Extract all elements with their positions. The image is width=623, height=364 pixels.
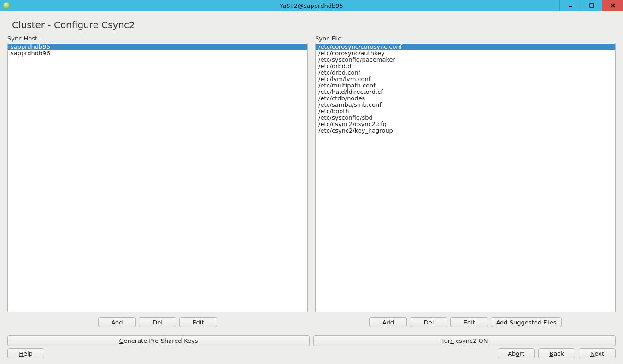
list-item[interactable]: /etc/samba/smb.conf xyxy=(316,102,615,108)
list-item[interactable]: /etc/sysconfig/pacemaker xyxy=(316,57,615,63)
generate-keys-button[interactable]: Generate Pre-Shared-Keys xyxy=(7,335,310,346)
list-item[interactable]: sapprdhdb96 xyxy=(8,50,307,57)
window-title: YaST2@sapprdhdb95 xyxy=(0,2,623,9)
list-item[interactable]: /etc/ctdb/nodes xyxy=(316,95,615,102)
mn: n xyxy=(450,337,454,344)
panels-row: Sync Host sapprdhdb95sapprdhdb96 Add Del… xyxy=(7,35,616,327)
txt: rt xyxy=(519,350,524,357)
help-button[interactable]: Help xyxy=(7,348,44,358)
sync-host-listbox[interactable]: sapprdhdb95sapprdhdb96 xyxy=(7,43,308,312)
list-item[interactable]: /etc/csync2/key_hagroup xyxy=(316,127,615,134)
sync-file-edit-button[interactable]: Edit xyxy=(450,317,488,327)
back-button[interactable]: Back xyxy=(538,348,575,358)
sync-file-del-button[interactable]: Del xyxy=(410,317,447,327)
maximize-button[interactable] xyxy=(581,0,602,11)
list-item[interactable]: /etc/corosync/authkey xyxy=(316,50,615,57)
center-buttons-row: Generate Pre-Shared-Keys Turn csync2 ON xyxy=(7,335,616,346)
txt: ggested Files xyxy=(517,319,556,326)
list-item[interactable]: /etc/drbd.conf xyxy=(316,69,615,76)
list-item[interactable]: /etc/drbd.d xyxy=(316,63,615,69)
txt: enerate Pre-Shared-Keys xyxy=(124,337,198,344)
minimize-button[interactable] xyxy=(559,0,581,11)
list-item[interactable]: /etc/csync2/csync2.cfg xyxy=(316,121,615,127)
sync-file-add-button[interactable]: Add xyxy=(369,317,407,327)
sync-host-add-button[interactable]: Add xyxy=(98,317,136,327)
maximize-icon xyxy=(589,3,594,8)
txt: elp xyxy=(24,350,33,357)
minimize-icon xyxy=(568,3,573,8)
txt: ack xyxy=(553,350,564,357)
list-item[interactable]: /etc/sysconfig/sbd xyxy=(316,115,615,121)
abort-button[interactable]: Abort xyxy=(498,348,535,358)
bottom-nav-right: Abort Back Next xyxy=(498,348,616,358)
txt: csync2 ON xyxy=(454,337,488,344)
next-button[interactable]: Next xyxy=(579,348,616,358)
mn: G xyxy=(119,337,123,344)
sync-file-panel: Sync File /etc/corosync/corosync.conf/et… xyxy=(315,35,616,327)
window-controls xyxy=(559,0,623,11)
txt: Add S xyxy=(496,319,513,326)
sync-file-buttons: Add Del Edit Add Suggested Files xyxy=(315,317,616,327)
bottom-nav-left: Help xyxy=(7,348,44,358)
close-button[interactable] xyxy=(602,0,623,11)
sync-host-label: Sync Host xyxy=(7,35,308,42)
mn: A xyxy=(111,319,115,326)
txt: ext xyxy=(595,350,605,357)
txt: Ab xyxy=(508,350,516,357)
list-item[interactable]: /etc/ha.d/ldirectord.cf xyxy=(316,89,615,95)
close-icon xyxy=(610,3,616,8)
list-item[interactable]: /etc/lvm/lvm.conf xyxy=(316,76,615,82)
sync-host-edit-button[interactable]: Edit xyxy=(179,317,217,327)
mn: B xyxy=(549,350,553,357)
txt: dd xyxy=(115,319,123,326)
mn: N xyxy=(590,350,595,357)
page-title: Cluster - Configure Csync2 xyxy=(12,19,613,30)
sync-host-panel: Sync Host sapprdhdb95sapprdhdb96 Add Del… xyxy=(7,35,308,327)
sync-file-label: Sync File xyxy=(315,35,616,42)
list-item[interactable]: /etc/multipath.conf xyxy=(316,82,615,89)
txt: Tur xyxy=(441,337,450,344)
content-area: Cluster - Configure Csync2 Sync Host sap… xyxy=(0,11,623,364)
list-item[interactable]: sapprdhdb95 xyxy=(8,44,307,50)
sync-file-listbox[interactable]: /etc/corosync/corosync.conf/etc/corosync… xyxy=(315,43,616,312)
sync-host-del-button[interactable]: Del xyxy=(139,317,176,327)
add-suggested-files-button[interactable]: Add Suggested Files xyxy=(491,317,561,327)
svg-rect-1 xyxy=(590,4,594,7)
sync-host-buttons: Add Del Edit xyxy=(7,317,308,327)
mn: H xyxy=(19,350,24,357)
bottom-nav: Help Abort Back Next xyxy=(7,348,616,358)
window-titlebar: YaST2@sapprdhdb95 xyxy=(0,0,623,11)
list-item[interactable]: /etc/booth xyxy=(316,108,615,115)
turn-csync2-on-button[interactable]: Turn csync2 ON xyxy=(313,335,616,346)
list-item[interactable]: /etc/corosync/corosync.conf xyxy=(316,44,615,50)
